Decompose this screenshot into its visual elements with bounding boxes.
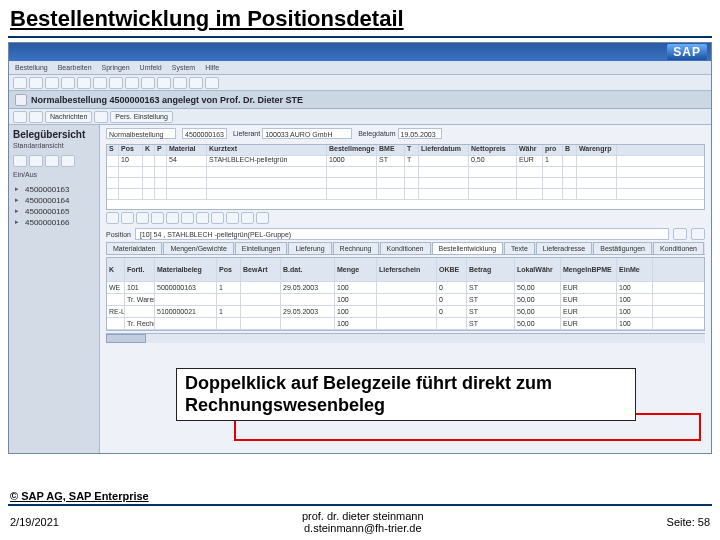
slide-footer: © SAP AG, SAP Enterprise 2/19/2021 prof.…: [0, 490, 720, 540]
cell: EUR: [561, 306, 617, 317]
cell: 50,00: [515, 282, 561, 293]
tab-item[interactable]: Bestellentwicklung: [432, 242, 504, 254]
cancel-icon[interactable]: [61, 77, 75, 89]
tab-item[interactable]: Texte: [504, 242, 535, 254]
menu-item[interactable]: Springen: [102, 64, 130, 71]
delete-icon[interactable]: [166, 212, 179, 224]
cell: 1000: [327, 156, 377, 166]
tree-item[interactable]: 4500000165: [13, 206, 95, 217]
col-header: Menge: [335, 258, 377, 281]
col-header: Warengrp: [577, 145, 617, 155]
doc-tree: 4500000163 4500000164 4500000165 4500000…: [13, 184, 95, 228]
info-icon[interactable]: [94, 111, 108, 123]
pers-einstellung-button[interactable]: Pers. Einstellung: [110, 111, 173, 123]
tree-toggle-label: Ein/Aus: [13, 171, 95, 178]
help-icon[interactable]: [205, 77, 219, 89]
copy-icon[interactable]: [151, 212, 164, 224]
back-icon[interactable]: [29, 77, 43, 89]
slide-title: Bestellentwicklung im Positionsdetail: [0, 0, 720, 36]
firstpage-icon[interactable]: [125, 77, 139, 89]
export-icon[interactable]: [241, 212, 254, 224]
refresh-icon[interactable]: [29, 155, 43, 167]
docdate-value[interactable]: 19.05.2003: [398, 128, 442, 139]
app-toolbar: [9, 75, 711, 91]
cell: 100: [617, 282, 653, 293]
footer-date: 2/19/2021: [10, 516, 59, 528]
sap-logo: SAP: [667, 44, 707, 60]
tab-item[interactable]: Konditionen: [380, 242, 431, 254]
hscroll[interactable]: [106, 333, 705, 343]
tab-item[interactable]: Lieferadresse: [536, 242, 592, 254]
position-bar: Position [10] 54 , STAHLBLECH -pelletgrü…: [106, 228, 705, 240]
up-icon[interactable]: [673, 228, 687, 240]
tab-item[interactable]: Lieferung: [288, 242, 331, 254]
layout-icon[interactable]: [61, 155, 75, 167]
messages-button[interactable]: Nachrichten: [45, 111, 92, 123]
filter-icon[interactable]: [13, 155, 27, 167]
menu-item[interactable]: Umfeld: [140, 64, 162, 71]
collapse-icon[interactable]: [136, 212, 149, 224]
cell: [419, 156, 469, 166]
save-icon[interactable]: [13, 77, 27, 89]
sum-icon[interactable]: [211, 212, 224, 224]
cell: STAHLBLECH-pelletgrün: [207, 156, 327, 166]
header-fields: Normalbestellung 4500000163 Lieferant100…: [100, 125, 711, 142]
filter-icon[interactable]: [226, 212, 239, 224]
settings-icon[interactable]: [256, 212, 269, 224]
cell: 0: [437, 306, 467, 317]
doc-number[interactable]: 4500000163: [182, 128, 227, 139]
col-header: Lieferschein: [377, 258, 437, 281]
detail-icon[interactable]: [13, 111, 27, 123]
down-icon[interactable]: [691, 228, 705, 240]
detail-icon[interactable]: [106, 212, 119, 224]
cell: [437, 318, 467, 329]
tree-item[interactable]: 4500000166: [13, 217, 95, 228]
footer-page: Seite: 58: [667, 516, 710, 528]
position-value[interactable]: [10] 54 , STAHLBLECH -pelletgrün(PEL-Gru…: [135, 228, 669, 240]
find-icon[interactable]: [93, 77, 107, 89]
select-icon[interactable]: [45, 155, 59, 167]
table-row[interactable]: RE-L5100000021129.05.20031000ST50,00EUR1…: [107, 306, 704, 318]
table-row[interactable]: WE1015000000163129.05.20031000ST50,00EUR…: [107, 282, 704, 294]
table-row[interactable]: 1054STAHLBLECH-pelletgrün1000STT0,50EUR1: [107, 156, 704, 167]
print-icon[interactable]: [77, 77, 91, 89]
col-header: B: [563, 145, 577, 155]
tab-item[interactable]: Mengen/Gewichte: [163, 242, 233, 254]
menu-item[interactable]: Bestellung: [15, 64, 48, 71]
order-type[interactable]: Normalbestellung: [106, 128, 176, 139]
cell: [241, 306, 281, 317]
tab-item[interactable]: Rechnung: [333, 242, 379, 254]
tab-item[interactable]: Einteilungen: [235, 242, 288, 254]
table-row[interactable]: Tr. Rechnungseingang100ST50,00EUR100: [107, 318, 704, 330]
tree-item[interactable]: 4500000164: [13, 195, 95, 206]
col-header: Betrag: [467, 258, 515, 281]
lastpage-icon[interactable]: [173, 77, 187, 89]
menu-item[interactable]: Hilfe: [205, 64, 219, 71]
nextpage-icon[interactable]: [157, 77, 171, 89]
menu-item[interactable]: Bearbeiten: [58, 64, 92, 71]
cell: 1: [217, 282, 241, 293]
cell: [217, 294, 241, 305]
findnext-icon[interactable]: [109, 77, 123, 89]
newsession-icon[interactable]: [189, 77, 203, 89]
tree-item[interactable]: 4500000163: [13, 184, 95, 195]
cell: EUR: [517, 156, 543, 166]
unlock-icon[interactable]: [196, 212, 209, 224]
table-row[interactable]: Tr. Wareneingang1000ST50,00EUR100: [107, 294, 704, 306]
lock-icon[interactable]: [181, 212, 194, 224]
tab-item[interactable]: Konditionen: [653, 242, 704, 254]
tab-item[interactable]: Materialdaten: [106, 242, 162, 254]
hscroll-thumb[interactable]: [106, 334, 146, 343]
exit-icon[interactable]: [45, 77, 59, 89]
position-label: Position: [106, 231, 131, 238]
overview-icon[interactable]: [29, 111, 43, 123]
tab-item[interactable]: Bestätigungen: [593, 242, 652, 254]
cell: ST: [467, 318, 515, 329]
expand-icon[interactable]: [121, 212, 134, 224]
vendor-value[interactable]: 100033 AURO GmbH: [262, 128, 352, 139]
prevpage-icon[interactable]: [141, 77, 155, 89]
menu-item[interactable]: System: [172, 64, 195, 71]
col-header: Materialbeleg: [155, 258, 217, 281]
nav-subtitle: Standardansicht: [13, 142, 95, 149]
col-header: T: [405, 145, 419, 155]
